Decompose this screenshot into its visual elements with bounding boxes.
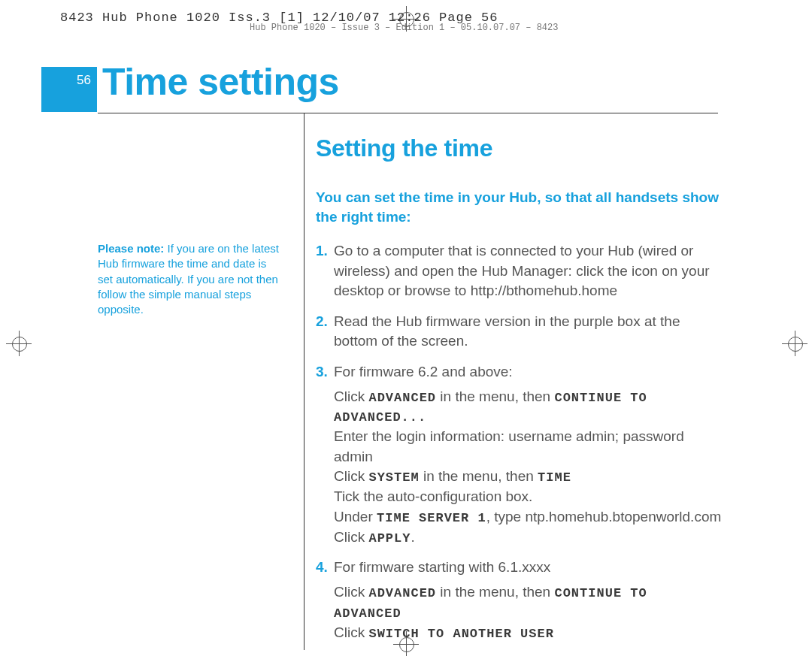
ui-label: ADVANCED bbox=[368, 586, 436, 600]
substep-text: Click bbox=[334, 529, 368, 545]
step-list: 1. Go to a computer that is connected to… bbox=[316, 241, 722, 642]
step-item: 1. Go to a computer that is connected to… bbox=[316, 241, 722, 301]
ui-label: APPLY bbox=[368, 531, 411, 546]
substep-text: Click bbox=[334, 388, 368, 404]
substep-text: in the menu, then bbox=[436, 388, 554, 404]
step-number: 4. bbox=[316, 558, 328, 578]
step-text: Go to a computer that is connected to yo… bbox=[334, 243, 710, 298]
substep-text: , type ntp.homehub.btopenworld.com bbox=[486, 509, 722, 524]
step-number: 1. bbox=[316, 241, 328, 261]
step-number: 3. bbox=[316, 362, 328, 382]
section-title: Setting the time bbox=[316, 132, 722, 165]
substep-text: Tick the auto-configuration box. bbox=[334, 487, 722, 507]
ui-label: TIME bbox=[538, 470, 571, 485]
step-item: 2. Read the Hub firmware version in the … bbox=[316, 312, 722, 352]
substep-block: Click ADVANCED in the menu, then CONTINU… bbox=[334, 387, 722, 548]
ui-label: TIME SERVER 1 bbox=[377, 511, 486, 525]
substep-text: . bbox=[411, 529, 414, 545]
substep-text: in the menu, then bbox=[436, 584, 554, 600]
step-item: 3. For firmware 6.2 and above: Click ADV… bbox=[316, 362, 722, 547]
registration-mark-icon bbox=[782, 331, 807, 356]
step-text: Read the Hub firmware version in the pur… bbox=[334, 313, 680, 349]
substep-text: Click bbox=[334, 624, 368, 640]
chapter-title: Time settings bbox=[102, 60, 339, 104]
substep-text: Under bbox=[334, 509, 377, 524]
substep-block: Click ADVANCED in the menu, then CONTINU… bbox=[334, 582, 722, 642]
page-number-badge: 56 bbox=[41, 67, 97, 112]
manual-page: 8423 Hub Phone 1020 Iss.3 [1] 12/10/07 1… bbox=[0, 0, 812, 656]
step-text: For firmware starting with 6.1.xxxx bbox=[334, 559, 550, 575]
lead-paragraph: You can set the time in your Hub, so tha… bbox=[316, 188, 722, 228]
vertical-rule bbox=[304, 113, 304, 650]
substep-text: Enter the login information: username ad… bbox=[334, 427, 722, 467]
substep-text: in the menu, then bbox=[420, 468, 538, 484]
ui-label: ADVANCED bbox=[368, 391, 436, 405]
substep-text: Click bbox=[334, 584, 368, 600]
registration-mark-icon bbox=[6, 331, 32, 356]
main-content: Setting the time You can set the time in… bbox=[316, 132, 722, 653]
step-text: For firmware 6.2 and above: bbox=[334, 364, 513, 379]
step-number: 2. bbox=[316, 312, 328, 332]
sidebar-note: Please note: If you are on the latest Hu… bbox=[98, 241, 282, 317]
horizontal-rule bbox=[98, 113, 718, 113]
step-item: 4. For firmware starting with 6.1.xxxx C… bbox=[316, 558, 722, 642]
sidebar-note-label: Please note: bbox=[98, 242, 164, 255]
ui-label: SWITCH TO ANOTHER USER bbox=[368, 627, 553, 641]
ui-label: SYSTEM bbox=[368, 470, 419, 485]
print-slug-line-secondary: Hub Phone 1020 – Issue 3 – Edition 1 – 0… bbox=[250, 23, 573, 33]
substep-text: Click bbox=[334, 468, 368, 484]
